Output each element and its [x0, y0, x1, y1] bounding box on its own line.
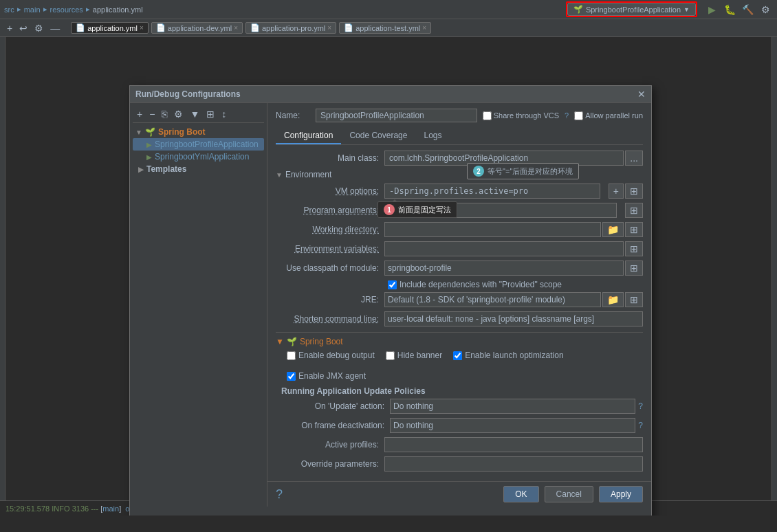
tab-code-coverage[interactable]: Code Coverage	[341, 128, 415, 144]
share-help-icon[interactable]: ?	[565, 111, 569, 120]
on-update-label: On 'Update' action:	[281, 401, 384, 411]
working-dir-input[interactable]	[384, 222, 601, 237]
main-class-browse-btn[interactable]: ...	[625, 151, 643, 166]
env-vars-input[interactable]	[384, 241, 624, 256]
classpath-group: springboot-profile ⊞	[384, 261, 643, 276]
debug-icon[interactable]: 🐛	[722, 2, 737, 17]
include-deps-label[interactable]: Include dependencies with "Provided" sco…	[388, 280, 562, 289]
vm-options-expand-btn[interactable]: ⊞	[625, 184, 643, 199]
toolbar-btn-settings[interactable]: ⚙	[32, 21, 46, 35]
tab-logs[interactable]: Logs	[415, 128, 450, 144]
tree-item-spring-boot[interactable]: ▼ 🌱 Spring Boot	[133, 126, 264, 138]
tab-close-application-yml[interactable]: ×	[140, 24, 144, 32]
dialog-content: Name: Share through VCS ? All	[267, 103, 651, 481]
toolbar-btn-minus[interactable]: —	[47, 21, 63, 35]
apply-button[interactable]: Apply	[599, 486, 643, 502]
vm-tooltip-2: 2 等号"="后面是对应的环境	[467, 163, 579, 179]
working-dir-label: Working directory:	[276, 225, 379, 234]
spring-boot-section: ▼ 🌱 Spring Boot Enable debug output	[276, 332, 643, 472]
environment-section: ▼ Environment VM options: 1	[276, 170, 643, 256]
working-dir-browse-btn[interactable]: ⊞	[625, 222, 643, 237]
hide-banner-checkbox[interactable]	[386, 351, 395, 360]
tab-close-pro[interactable]: ×	[327, 24, 331, 32]
allow-parallel-label[interactable]: Allow parallel run	[574, 111, 643, 120]
templates-expand-icon: ▶	[138, 166, 144, 173]
name-row: Name: Share through VCS ? All	[276, 109, 643, 122]
working-dir-folder-btn[interactable]: 📁	[602, 222, 624, 237]
env-vars-browse-btn[interactable]: ⊞	[625, 241, 643, 256]
on-frame-help-icon[interactable]: ?	[638, 421, 643, 430]
sidebar-remove-btn[interactable]: −	[146, 107, 157, 121]
shorten-cmd-select[interactable]: user-local default: none - java [options…	[384, 311, 643, 326]
classpath-select[interactable]: springboot-profile	[384, 261, 624, 276]
classpath-browse-btn[interactable]: ⊞	[625, 261, 643, 276]
tab-application-yml[interactable]: 📄 application.yml ×	[71, 22, 149, 34]
tree-item-profile-app[interactable]: ▶ SpringbootProfileApplication	[133, 138, 264, 151]
on-frame-select[interactable]: Do nothing	[390, 418, 635, 433]
toolbar-btn-back[interactable]: ↩	[17, 21, 30, 35]
enable-jmx-checkbox[interactable]	[287, 372, 296, 381]
program-args-row: Program arguments: ⊞	[276, 203, 643, 218]
dialog-help-icon[interactable]: ?	[276, 487, 283, 502]
jre-browse-btn[interactable]: 📁	[602, 292, 624, 307]
status-thread-name: main	[102, 505, 119, 513]
spring-boot-checkboxes: Enable debug output Hide banner Enable l…	[287, 351, 643, 381]
include-deps-checkbox[interactable]	[388, 280, 397, 289]
sidebar-sort-btn[interactable]: ↕	[219, 107, 229, 121]
tab-application-test-yml[interactable]: 📄 application-test.yml ×	[339, 22, 431, 34]
environment-header[interactable]: ▼ Environment	[276, 170, 643, 179]
program-args-expand-btn[interactable]: ⊞	[625, 203, 643, 218]
program-args-label: Program arguments:	[276, 206, 379, 215]
toolbar-btn-add[interactable]: +	[4, 21, 15, 35]
allow-parallel-checkbox[interactable]	[574, 111, 583, 120]
cancel-button[interactable]: Cancel	[545, 486, 593, 502]
tab-close-dev[interactable]: ×	[234, 24, 238, 32]
on-update-select[interactable]: Do nothing	[390, 399, 635, 414]
share-vcs-checkbox[interactable]	[483, 111, 492, 120]
spring-boot-expand-icon: ▼	[276, 337, 284, 346]
on-update-help-icon[interactable]: ?	[638, 401, 643, 411]
main-class-row: Main class: ...	[276, 151, 643, 166]
run-debug-dialog: Run/Debug Configurations ✕ + − ⎘ ⚙ ▼ ⊞ ↕	[129, 85, 652, 516]
dialog-close-button[interactable]: ✕	[637, 89, 646, 100]
tree-item-templates[interactable]: ▶ Templates	[133, 163, 264, 175]
run-config-button[interactable]: 🌱 SpringbootProfileApplication ▼	[567, 3, 696, 16]
active-profiles-row: Active profiles:	[276, 437, 643, 452]
name-label: Name:	[276, 111, 310, 120]
tab-application-dev-yml[interactable]: 📄 application-dev.yml ×	[151, 22, 243, 34]
spring-boot-header[interactable]: ▼ 🌱 Spring Boot	[276, 337, 643, 346]
settings-icon[interactable]: ⚙	[758, 2, 773, 17]
override-params-input[interactable]	[384, 456, 643, 472]
enable-debug-checkbox[interactable]	[287, 351, 296, 360]
vm-options-input[interactable]	[384, 184, 600, 199]
tab-configuration[interactable]: Configuration	[276, 128, 341, 144]
enable-jmx-label[interactable]: Enable JMX agent	[287, 371, 366, 381]
tab-application-pro-yml[interactable]: 📄 application-pro.yml ×	[245, 22, 336, 34]
tab-close-test[interactable]: ×	[422, 24, 426, 32]
active-profiles-input[interactable]	[384, 437, 643, 452]
environment-label: Environment	[285, 170, 331, 179]
enable-launch-checkbox[interactable]	[453, 351, 462, 360]
env-vars-label: Environment variables:	[276, 244, 379, 254]
sidebar-add-btn[interactable]: +	[134, 107, 145, 121]
sidebar-copy-btn[interactable]: ⎘	[159, 107, 170, 121]
vm-options-add-btn[interactable]: +	[609, 184, 624, 199]
tree-item-yml-app[interactable]: ▶ SpringbootYmlApplication	[133, 151, 264, 163]
running-policies-title: Running Application Update Policies	[281, 386, 643, 396]
name-input[interactable]	[316, 109, 477, 122]
enable-debug-label[interactable]: Enable debug output	[287, 351, 375, 360]
sidebar-move-down-btn[interactable]: ▼	[187, 107, 202, 121]
jre-select[interactable]: Default (1.8 - SDK of 'springboot-profil…	[384, 292, 601, 307]
ok-button[interactable]: OK	[503, 486, 538, 502]
sidebar-group-btn[interactable]: ⊞	[204, 107, 217, 121]
env-vars-group: ⊞	[384, 241, 643, 256]
jre-expand-btn[interactable]: ⊞	[625, 292, 643, 307]
hide-banner-label[interactable]: Hide banner	[386, 351, 442, 360]
enable-launch-label[interactable]: Enable launch optimization	[453, 351, 563, 360]
sidebar-settings-btn[interactable]: ⚙	[171, 107, 186, 121]
share-vcs-label[interactable]: Share through VCS	[483, 111, 559, 120]
working-dir-group: 📁 ⊞	[384, 222, 643, 237]
build-icon[interactable]: 🔨	[740, 2, 755, 17]
run-icon[interactable]: ▶	[704, 2, 719, 17]
right-panel	[771, 37, 777, 500]
